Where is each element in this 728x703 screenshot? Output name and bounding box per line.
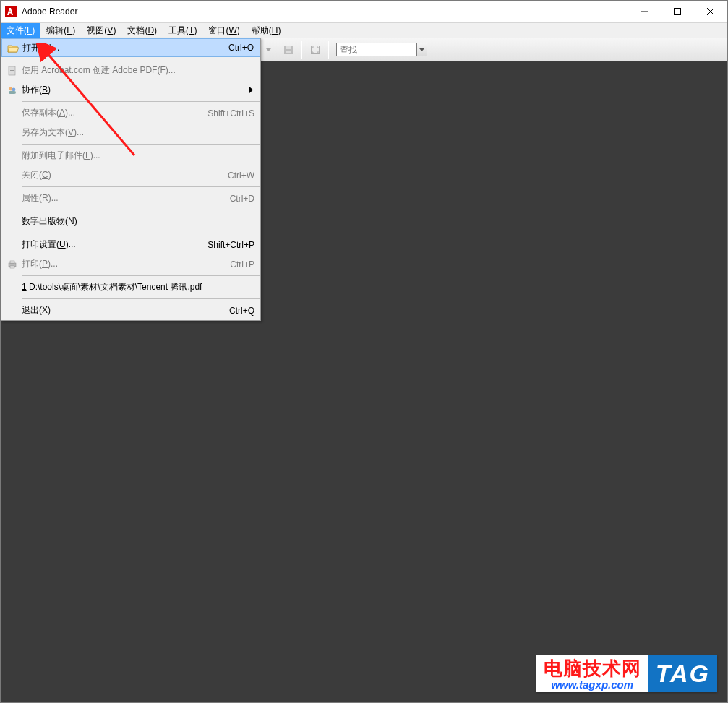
printer-icon <box>4 259 20 269</box>
menu-print-setup-label: 打印设置(U)... <box>20 238 200 251</box>
menu-close-shortcut: Ctrl+W <box>220 171 254 181</box>
menu-help[interactable]: 帮助(H) <box>246 23 287 38</box>
menu-props-label: 属性(R)... <box>20 192 223 204</box>
menu-item-attach-email[interactable]: 附加到电子邮件(L)... <box>1 146 260 165</box>
menu-edit[interactable]: 编辑(E) <box>40 23 81 38</box>
app-icon <box>5 6 17 17</box>
menu-item-save-copy[interactable]: 保存副本(A)... Shift+Ctrl+S <box>1 103 260 123</box>
menu-item-collab[interactable]: 协作(B) <box>1 80 260 100</box>
menu-print-label: 打印(P)... <box>20 258 223 270</box>
find-box <box>336 43 427 56</box>
close-button[interactable] <box>694 1 727 22</box>
folder-open-icon <box>5 43 21 53</box>
svg-rect-15 <box>9 91 16 94</box>
watermark-url: www.tagxp.com <box>544 678 641 691</box>
menu-item-save-text[interactable]: 另存为文本(V)... <box>1 123 260 142</box>
menu-save-text-label: 另存为文本(V)... <box>20 126 254 139</box>
menu-digital-label: 数字出版物(N) <box>20 215 254 228</box>
menu-document[interactable]: 文档(D) <box>121 23 163 38</box>
menu-save-copy-label: 保存副本(A)... <box>20 107 200 119</box>
watermark: 电脑技术网 www.tagxp.com TAG <box>536 655 717 692</box>
menu-item-digital-editions[interactable]: 数字出版物(N) <box>1 212 260 231</box>
menu-file[interactable]: 文件(F) <box>1 23 40 38</box>
menu-item-print-setup[interactable]: 打印设置(U)... Shift+Ctrl+P <box>1 235 260 254</box>
watermark-left: 电脑技术网 www.tagxp.com <box>536 655 648 692</box>
window-controls <box>628 1 727 22</box>
collab-icon <box>4 85 20 95</box>
svg-rect-12 <box>10 72 14 72</box>
menu-print-setup-shortcut: Shift+Ctrl+P <box>200 240 254 250</box>
toolbar-separator <box>301 41 302 59</box>
toolbar-separator <box>328 41 329 59</box>
watermark-title: 电脑技术网 <box>544 658 641 678</box>
toolbar-separator <box>275 41 275 59</box>
maximize-button[interactable] <box>661 1 694 22</box>
find-dropdown-button[interactable] <box>417 43 427 56</box>
menu-item-print[interactable]: 打印(P)... Ctrl+P <box>1 254 260 274</box>
svg-point-13 <box>9 87 13 90</box>
menu-exit-shortcut: Ctrl+Q <box>222 306 254 316</box>
menu-open-shortcut: Ctrl+O <box>221 43 254 53</box>
menu-item-exit[interactable]: 退出(X) Ctrl+Q <box>1 301 260 320</box>
menu-recent1-label: 1 D:\tools\桌面\素材\文档素材\Tencent 腾讯.pdf <box>20 281 254 293</box>
menu-exit-label: 退出(X) <box>20 304 222 316</box>
menu-view[interactable]: 视图(V) <box>81 23 121 38</box>
menu-create-pdf-label: 使用 Acrobat.com 创建 Adobe PDF(F)... <box>20 64 254 77</box>
menu-item-create-pdf[interactable]: 使用 Acrobat.com 创建 Adobe PDF(F)... <box>1 61 260 80</box>
watermark-tag: TAG <box>648 655 717 692</box>
menu-bar: 文件(F) 编辑(E) 视图(V) 文档(D) 工具(T) 窗口(W) 帮助(H… <box>1 22 727 38</box>
menu-print-shortcut: Ctrl+P <box>223 259 254 269</box>
toolbar-dropdown-icon[interactable] <box>265 40 272 59</box>
create-pdf-icon <box>4 66 20 76</box>
save-icon[interactable] <box>278 40 299 59</box>
svg-point-14 <box>12 87 16 91</box>
menu-attach-label: 附加到电子邮件(L)... <box>20 150 254 162</box>
menu-close-label: 关闭(C) <box>20 169 220 181</box>
submenu-arrow-icon <box>249 85 253 95</box>
fit-page-icon[interactable] <box>305 40 325 59</box>
menu-open-label: 打开(O)... <box>21 42 221 54</box>
title-bar: Adobe Reader <box>1 1 727 22</box>
find-input[interactable] <box>336 43 417 56</box>
svg-rect-10 <box>10 69 14 69</box>
svg-rect-6 <box>286 46 291 49</box>
svg-rect-2 <box>675 9 681 15</box>
menu-window[interactable]: 窗口(W) <box>202 23 245 38</box>
menu-item-recent-1[interactable]: 1 D:\tools\桌面\素材\文档素材\Tencent 腾讯.pdf <box>1 277 260 297</box>
file-menu-dropdown: 打开(O)... Ctrl+O 使用 Acrobat.com 创建 Adobe … <box>1 38 261 321</box>
svg-rect-11 <box>10 70 14 71</box>
menu-item-close[interactable]: 关闭(C) Ctrl+W <box>1 165 260 185</box>
svg-rect-18 <box>10 266 14 268</box>
menu-item-open[interactable]: 打开(O)... Ctrl+O <box>1 38 260 57</box>
menu-collab-label: 协作(B) <box>20 84 254 96</box>
menu-props-shortcut: Ctrl+D <box>223 194 254 204</box>
minimize-button[interactable] <box>628 1 661 22</box>
svg-rect-17 <box>10 261 14 263</box>
window-title: Adobe Reader <box>22 7 628 17</box>
menu-tools[interactable]: 工具(T) <box>163 23 202 38</box>
svg-rect-7 <box>286 51 291 53</box>
menu-save-copy-shortcut: Shift+Ctrl+S <box>200 108 254 118</box>
menu-item-properties[interactable]: 属性(R)... Ctrl+D <box>1 189 260 208</box>
